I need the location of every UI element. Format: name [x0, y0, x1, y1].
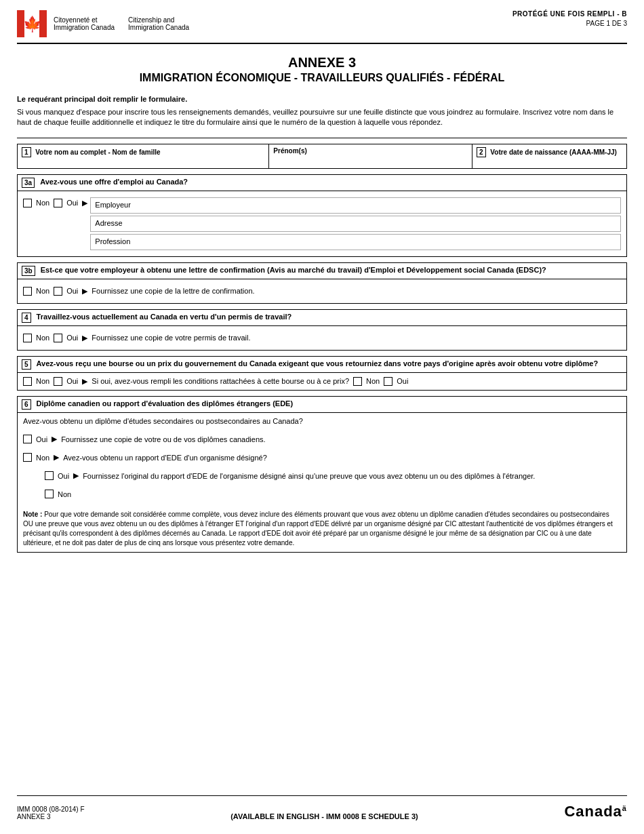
section-4-title: Travaillez-vous actuellement au Canada e…: [37, 313, 292, 321]
field1-nom-famille: 1 Votre nom au complet - Nom de famille: [18, 144, 269, 168]
label-4-oui: Oui: [66, 334, 78, 342]
section-5-header: 5 Avez-vous reçu une bourse ou un prix d…: [18, 357, 626, 373]
profession-field[interactable]: Profession: [90, 234, 621, 250]
checkbox-5-non[interactable]: [23, 377, 32, 386]
header-org: Citoyenneté et Immigration Canada Citize…: [54, 16, 189, 31]
checkbox-3a-oui[interactable]: [54, 199, 62, 207]
section-6-title: Diplôme canadien ou rapport d'évaluation…: [37, 399, 294, 408]
checkbox-6-oui[interactable]: [23, 435, 32, 443]
section-4: 4 Travaillez-vous actuellement au Canada…: [17, 309, 627, 351]
canada-wordmark: Canadaä: [564, 803, 627, 820]
arrow-6-oui: ▶: [52, 435, 57, 443]
main-title: IMMIGRATION ÉCONOMIQUE - TRAVAILLEURS QU…: [17, 72, 627, 84]
section-3a-fields: Employeur Adresse Profession: [90, 195, 621, 252]
section-6-nested-non-row: Non: [18, 485, 626, 506]
section-3a-title: Avez-vous une offre d'emploi au Canada?: [40, 178, 188, 186]
footer-imm: IMM 0008 (08-2014) F: [17, 806, 85, 813]
section-5-row: Non Oui ▶ Si oui, avez-vous rempli les c…: [23, 377, 621, 386]
canada-flag-icon: 🍁: [17, 10, 47, 37]
field1-prenom: Prénom(s): [269, 144, 472, 168]
section-6-oui-checkboxrow: Oui ▶ Fournissez une copie de votre ou d…: [23, 435, 621, 443]
label-5-oui2: Oui: [397, 377, 408, 385]
checkbox-5-oui[interactable]: [54, 377, 62, 386]
section-5-body: Non Oui ▶ Si oui, avez-vous rempli les c…: [18, 373, 626, 390]
adresse-label: Adresse: [95, 219, 122, 227]
label-3a-non: Non: [36, 199, 49, 207]
annexe-title: ANNEXE 3: [17, 55, 627, 71]
section-6-nested-oui-checkboxrow: Oui ▶ Fournissez l'original du rapport d…: [45, 471, 621, 480]
section-3b-num: 3b: [22, 266, 35, 276]
section-3a-body: Non Oui ▶ Employeur Adresse Profession: [18, 191, 626, 256]
section-3b: 3b Est-ce que votre employeur à obtenu u…: [17, 262, 627, 304]
label-6-nested-oui: Oui: [58, 472, 69, 480]
org-en-line1: Citizenship and: [128, 16, 189, 24]
label-5-oui: Oui: [66, 377, 78, 385]
section-4-num: 4: [22, 313, 31, 323]
section-6-non-checkboxrow: Non ▶ Avez-vous obtenu un rapport d'EDE …: [23, 453, 621, 462]
footer-left: IMM 0008 (08-2014) F ANNEXE 3: [17, 806, 85, 820]
header-right: PROTÉGÉ UNE FOIS REMPLI - B PAGE 1 DE 3: [512, 10, 627, 27]
label-4-non: Non: [36, 334, 49, 342]
org-en-line2: Immigration Canada: [128, 24, 189, 31]
instruction-body: Si vous manquez d'espace pour inscrire t…: [17, 107, 627, 128]
section-6-num: 6: [22, 399, 31, 410]
checkbox-5-non2[interactable]: [353, 377, 362, 386]
profession-label: Profession: [95, 237, 130, 245]
field2-label: 2 Votre date de naissance (AAAA-MM-JJ): [477, 147, 622, 157]
checkbox-6-nested-oui[interactable]: [45, 471, 54, 480]
section-3a-header: 3a Avez-vous une offre d'emploi au Canad…: [18, 175, 626, 191]
field1-title: Votre nom au complet - Nom de famille: [35, 148, 160, 156]
protected-label: PROTÉGÉ UNE FOIS REMPLI - B: [512, 10, 627, 18]
section-5-si-oui-text: Si oui, avez-vous rempli les conditions …: [92, 377, 349, 385]
note-label: Note :: [23, 511, 42, 518]
section-6-nested-oui-row: Oui ▶ Fournissez l'original du rapport d…: [18, 466, 626, 485]
label-6-nested-non: Non: [58, 490, 71, 498]
note-body: Pour que votre demande soit considérée c…: [23, 511, 613, 547]
field2-title: Votre date de naissance: [490, 148, 567, 156]
section-5-num: 5: [22, 359, 31, 370]
checkbox-4-oui[interactable]: [54, 334, 62, 342]
checkbox-3b-oui[interactable]: [54, 287, 62, 296]
field1-prenom-label: Prénom(s): [273, 147, 468, 155]
org-fr-line2: Immigration Canada: [54, 24, 115, 31]
adresse-field[interactable]: Adresse: [90, 216, 621, 232]
employer-field[interactable]: Employeur: [90, 197, 621, 214]
field2-format: (AAAA-MM-JJ): [569, 148, 617, 156]
section-4-body: Non Oui ▶ Fournissez une copie de votre …: [18, 326, 626, 350]
footer: IMM 0008 (08-2014) F ANNEXE 3 (AVAILABLE…: [17, 795, 627, 820]
section-3b-title: Est-ce que votre employeur à obtenu une …: [41, 266, 546, 274]
section-6-oui-text: Fournissez une copie de votre ou de vos …: [61, 435, 265, 443]
section-5: 5 Avez-vous reçu une bourse ou un prix d…: [17, 356, 627, 391]
employer-label: Employeur: [95, 201, 131, 209]
checkbox-6-nested-non[interactable]: [45, 490, 54, 498]
header-left: 🍁 Citoyenneté et Immigration Canada Citi…: [17, 10, 189, 37]
section-6-body-text: Avez-vous obtenu un diplôme d'études sec…: [18, 413, 626, 430]
svg-text:🍁: 🍁: [23, 15, 42, 33]
arrow-6-nested-oui: ▶: [73, 471, 79, 480]
checkbox-4-non[interactable]: [23, 334, 32, 342]
section-3b-body: Non Oui ▶ Fournissez une copie de la let…: [18, 279, 626, 303]
section-4-header: 4 Travaillez-vous actuellement au Canada…: [18, 310, 626, 326]
label-3b-oui: Oui: [66, 287, 78, 295]
checkbox-6-non[interactable]: [23, 453, 32, 462]
field1-num: 1: [22, 147, 31, 157]
footer-center: (AVAILABLE IN ENGLISH - IMM 0008 E SCHED…: [230, 812, 418, 820]
section-6-oui-row: Oui ▶ Fournissez une copie de votre ou d…: [18, 430, 626, 448]
section-4-checkboxes: Non Oui ▶ Fournissez une copie de votre …: [23, 334, 621, 342]
footer-annexe: ANNEXE 3: [17, 813, 85, 820]
label-6-non: Non: [36, 454, 49, 462]
label-5-non: Non: [36, 377, 49, 385]
page-number: PAGE 1 DE 3: [512, 20, 627, 27]
section-3a: 3a Avez-vous une offre d'emploi au Canad…: [17, 174, 627, 257]
arrow-3b: ▶: [82, 287, 87, 296]
section-3a-checkboxes: Non Oui ▶: [23, 199, 87, 207]
section-6: 6 Diplôme canadien ou rapport d'évaluati…: [17, 396, 627, 553]
label-3b-non: Non: [36, 287, 49, 295]
section-3b-header: 3b Est-ce que votre employeur à obtenu u…: [18, 263, 626, 279]
field2-dob: 2 Votre date de naissance (AAAA-MM-JJ): [472, 144, 626, 168]
checkbox-3a-non[interactable]: [23, 199, 32, 207]
checkbox-5-oui2[interactable]: [384, 377, 393, 386]
checkbox-3b-non[interactable]: [23, 287, 32, 296]
field2-num: 2: [477, 147, 486, 157]
arrow-3a: ▶: [82, 199, 87, 207]
